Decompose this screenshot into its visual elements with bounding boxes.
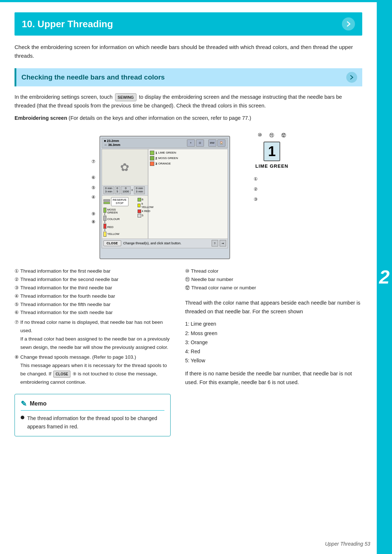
thread-item-3: 4 RED [103,224,136,231]
sewing-button-inline: SEWING [115,93,136,101]
screen-dims: ■ 23.2mm ↔ 36.3mm [104,139,121,147]
status-cell-2: 0 5 [115,186,120,194]
label-item-7: ⑦ If no thread color name is displayed, … [15,318,171,352]
ann-7: ⑦ [91,159,95,164]
thread-item-1: 2 MOSSGREEN [103,208,136,215]
screen-mockup: ■ 23.2mm ↔ 36.3mm + ⊡ MW 🏠 [99,136,230,259]
memo-bullet-text: The thread information for the thread sp… [27,414,164,431]
label-item-1: ① Thread information for the first needl… [15,267,171,276]
section-title: 10. Upper Threading [22,19,113,30]
diagram-area: ⑦ ⑥ ⑤ ④ ⑨ ⑧ ■ 23.2mm ↔ 36.3mm [15,129,362,259]
screen-bottom-icons: ? ⇥ [212,240,226,247]
needle-item-2: 2 MOSS GREEN [150,156,226,160]
intro-text: Check the embroidering screen for inform… [15,43,362,60]
section-heading: 10. Upper Threading [15,12,362,36]
callout-ann-12: ⑫ [281,132,286,139]
needle-item-1: 1 LIME GREEN [150,151,226,155]
screen-bottom-bar: CLOSE Change thread(s), and click start … [102,239,228,248]
design-display: ✿ [102,149,148,186]
screen-body: ✿ 0 min 3 min 0 [102,149,228,248]
thread-item-2: 3 COLOUR [103,216,136,223]
thread-colors-list: 1: Lime green 2: Moss green 3: Orange 4:… [185,319,362,365]
memo-title: ✎ Memo [21,399,164,411]
label-item-5: ⑤ Thread information for the fifth needl… [15,301,171,309]
status-cell-3: 0 1000 [121,186,131,194]
screen-icon-home[interactable]: 🏠 [217,139,225,147]
page-number: Upper Threading 53 [325,541,370,547]
ann-4: ④ [91,195,95,200]
right-info: ⑩ Thread color ⑪ Needle bar number ⑫ Thr… [185,267,362,436]
ann-1: ① [254,176,258,182]
sub-section-heading: Checking the needle bars and thread colo… [15,68,362,86]
label-item-6: ⑥ Thread information for the sixth needl… [15,309,171,317]
callout-main-box: 1 [264,142,280,161]
memo-bullet [21,416,24,419]
thread-color-1: 1: Lime green [185,319,362,329]
left-labels: ① Thread information for the first needl… [15,267,171,436]
thread-list-area: RESERVESTOP 2 MOSSGR [102,196,148,239]
page-footer: Upper Threading 53 [325,541,370,547]
ann-8: ⑧ [91,219,95,224]
body-text-part1: In the embroidering settings screen, tou… [15,94,113,100]
thread-color-3: 3: Orange [185,338,362,347]
screen-bottom-text: Change thread(s), and click start button… [123,241,181,245]
screen-with-annotations: ⑦ ⑥ ⑤ ④ ⑨ ⑧ ■ 23.2mm ↔ 36.3mm [89,129,248,259]
body-text-sewing: In the embroidering settings screen, tou… [15,93,362,110]
chapter-number: 2 [379,266,390,288]
memo-icon: ✎ [21,399,27,408]
embroidering-screen-note: (For details on the keys and other infor… [69,115,251,121]
label-item-11: ⑪ Needle bar number [185,276,362,284]
callout-area: ⑩ ⑪ ⑫ 1 LIME GREEN [256,132,289,259]
embroidering-screen-label: Embroidering screen [15,115,67,121]
callout-ann-11: ⑪ [269,132,274,139]
thread-color-5: 5: Yellow [185,356,362,365]
screen-bottom-icon-help[interactable]: ? [212,240,218,247]
two-col-layout: ① Thread information for the first needl… [15,267,362,436]
label-item-12: ⑫ Thread color name or number [185,284,362,292]
ann-2: ② [254,187,258,192]
close-inline-btn[interactable]: CLOSE [53,371,70,378]
memo-box: ✎ Memo The thread information for the th… [15,394,171,436]
thread-colors-footer: If there is no name beside the needle ba… [185,370,362,387]
ann-3: ③ [254,197,258,202]
body-text-screen-ref: Embroidering screen (For details on the … [15,114,362,123]
screen-left-panel: ✿ 0 min 3 min 0 [102,149,148,239]
status-cell-4: 0 min 3 min [134,186,145,194]
sub-section-heading-arrow [346,72,357,83]
memo-text: The thread information for the thread sp… [21,414,164,431]
label-item-8: ⑧ Change thread spools message. (Refer t… [15,353,171,387]
status-cell-1: 0 min 3 min [103,186,114,194]
screen-bottom-icon-nav[interactable]: ⇥ [220,240,226,247]
callout-top-numbers: ⑩ ⑪ ⑫ [258,132,286,139]
label-item-10: ⑩ Thread color [185,267,362,276]
reserve-stop-button[interactable]: RESERVESTOP [111,197,128,206]
callout-big-number: 1 [268,144,275,158]
callout-color-name: LIME GREEN [256,163,289,169]
screen-top-bar: ■ 23.2mm ↔ 36.3mm + ⊡ MW 🏠 [102,138,228,148]
side-chapter-tab: 2 [377,0,392,554]
ann-5: ⑤ [91,185,95,190]
screen-icon-plus[interactable]: + [187,139,195,147]
label-item-3: ③ Thread information for the third needl… [15,284,171,292]
thread-colors-intro: Thread with the color name that appears … [185,299,362,316]
section-heading-arrow [342,17,355,30]
status-row: 0 min 3 min 0 5 0 [102,186,148,196]
thread-color-2: 2: Moss green [185,329,362,338]
ann-6: ⑥ [91,175,95,180]
callout-ann-10: ⑩ [258,132,262,139]
thread-color-4: 4: Red [185,347,362,356]
label-item-4: ④ Thread information for the fourth need… [15,292,171,301]
label-item-2: ② Thread information for the second need… [15,276,171,284]
memo-title-text: Memo [30,400,46,407]
close-button-screen[interactable]: CLOSE [103,240,121,246]
needle-panel: 1 LIME GREEN 2 MOSS GREEN [148,149,228,239]
design-icon: ✿ [120,161,129,174]
thread-colors-block: Thread with the color name that appears … [185,299,362,387]
thread-item-4: YELLOW [103,232,136,237]
needle-item-3: 3 ORANGE [150,162,226,166]
sub-section-title: Checking the needle bars and thread colo… [21,73,165,81]
screen-icon-mw[interactable]: MW [208,139,216,147]
ann-9: ⑨ [91,211,95,216]
screen-icon-copy[interactable]: ⊡ [196,139,204,147]
